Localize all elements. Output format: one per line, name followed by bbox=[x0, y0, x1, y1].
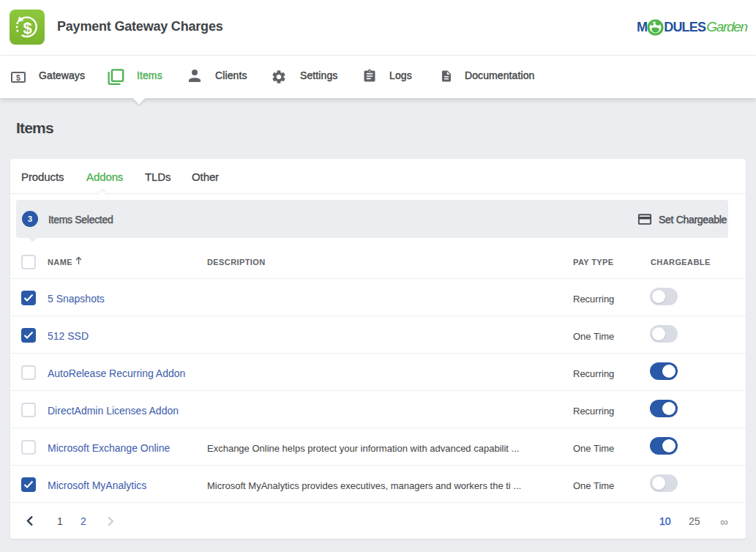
svg-text:$: $ bbox=[23, 19, 31, 37]
svg-text:$: $ bbox=[16, 73, 20, 82]
